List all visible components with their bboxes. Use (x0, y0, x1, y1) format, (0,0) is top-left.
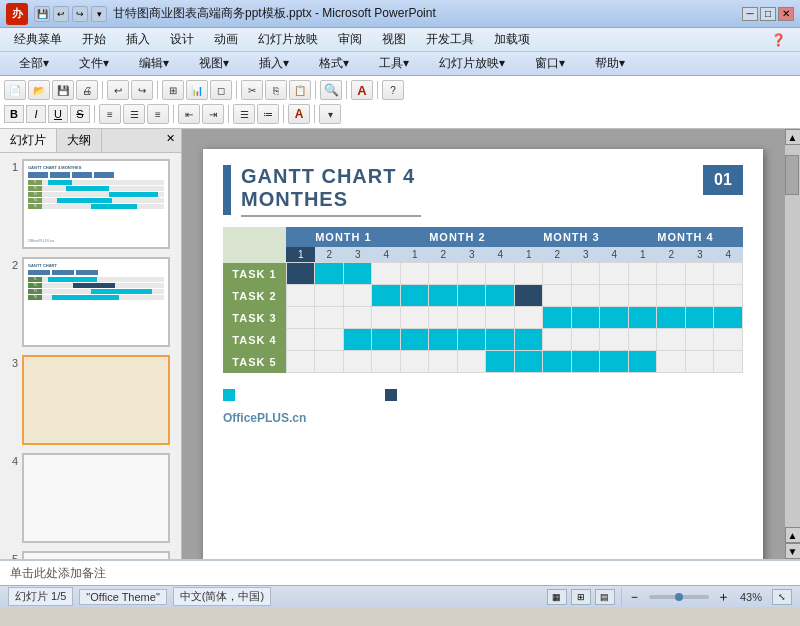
tb-new[interactable]: 📄 (4, 80, 26, 100)
more-btn[interactable]: ▾ (319, 104, 341, 124)
tb-help2[interactable]: ? (382, 80, 404, 100)
tab-file[interactable]: 文件▾ (64, 51, 124, 75)
slide-thumb-2[interactable]: 2 GANTT CHART T1 (4, 255, 177, 349)
bold-button[interactable]: B (4, 105, 24, 123)
italic-button[interactable]: I (26, 105, 46, 123)
strikethrough-button[interactable]: S (70, 105, 90, 123)
indent-increase[interactable]: ⇥ (202, 104, 224, 124)
tab-slides[interactable]: 幻灯片 (0, 129, 57, 152)
panel-close-button[interactable]: ✕ (160, 129, 181, 152)
zoom-in-button[interactable]: ＋ (717, 588, 730, 606)
tb-cut[interactable]: ✂ (241, 80, 263, 100)
menu-animation[interactable]: 动画 (204, 29, 248, 50)
slide-panel-tabs: 幻灯片 大纲 ✕ (0, 129, 181, 153)
tb-zoom-in[interactable]: 🔍 (320, 80, 342, 100)
bullets[interactable]: ☰ (233, 104, 255, 124)
menu-bar: 经典菜单 开始 插入 设计 动画 幻灯片放映 审阅 视图 开发工具 加载项 ❓ (0, 28, 800, 52)
numbering[interactable]: ≔ (257, 104, 279, 124)
tb-copy[interactable]: ⎘ (265, 80, 287, 100)
view-reading-button[interactable]: ▤ (595, 589, 615, 605)
undo-icon[interactable]: ↩ (53, 6, 69, 22)
slide-preview-3[interactable] (22, 355, 170, 445)
menu-help-icon[interactable]: ❓ (761, 31, 796, 49)
tb-undo[interactable]: ↩ (107, 80, 129, 100)
notes-placeholder[interactable]: 单击此处添加备注 (10, 565, 106, 582)
redo-icon[interactable]: ↪ (72, 6, 88, 22)
menu-insert[interactable]: 插入 (116, 29, 160, 50)
zoom-out-button[interactable]: － (628, 588, 641, 606)
tb-chart[interactable]: 📊 (186, 80, 208, 100)
slide-preview-1[interactable]: GANTT CHART 4 MONTHES T1 (22, 159, 170, 249)
menu-developer[interactable]: 开发工具 (416, 29, 484, 50)
tb-redo[interactable]: ↪ (131, 80, 153, 100)
ribbon-tabs: 全部▾ 文件▾ 编辑▾ 视图▾ 插入▾ 格式▾ 工具▾ 幻灯片放映▾ 窗口▾ 帮… (0, 52, 800, 76)
menu-view[interactable]: 视图 (372, 29, 416, 50)
indent-decrease[interactable]: ⇤ (178, 104, 200, 124)
tab-all[interactable]: 全部▾ (4, 51, 64, 75)
fit-to-window-button[interactable]: ⤡ (772, 589, 792, 605)
tb-save[interactable]: 💾 (52, 80, 74, 100)
tab-outline[interactable]: 大纲 (57, 129, 102, 152)
gantt-wrapper: MONTH 1 MONTH 2 MONTH 3 MONTH 4 1 2 3 4 … (203, 227, 763, 383)
slide-thumb-1[interactable]: 1 GANTT CHART 4 MONTHES T1 (4, 157, 177, 251)
watermark-text: OfficePLUS (223, 411, 289, 425)
tb-paste[interactable]: 📋 (289, 80, 311, 100)
scroll-thumb[interactable] (785, 155, 799, 195)
menu-home[interactable]: 开始 (72, 29, 116, 50)
view-normal-button[interactable]: ▦ (547, 589, 567, 605)
tab-view[interactable]: 视图▾ (184, 51, 244, 75)
menu-slideshow[interactable]: 幻灯片放映 (248, 29, 328, 50)
task-row-5: TASK 5 (223, 351, 743, 373)
font-color[interactable]: A (288, 104, 310, 124)
notes-bar[interactable]: 单击此处添加备注 (0, 559, 800, 585)
close-button[interactable]: ✕ (778, 7, 794, 21)
tab-slideshow2[interactable]: 幻灯片放映▾ (424, 51, 520, 75)
scroll-up-button[interactable]: ▲ (785, 129, 801, 145)
slide-thumb-5[interactable]: 5 (4, 549, 177, 559)
tab-tools[interactable]: 工具▾ (364, 51, 424, 75)
tb-open[interactable]: 📂 (28, 80, 50, 100)
menu-addins[interactable]: 加载项 (484, 29, 540, 50)
slide-badge: 01 (703, 165, 743, 195)
save-icon[interactable]: 💾 (34, 6, 50, 22)
month-2-header: MONTH 2 (400, 227, 514, 247)
quick-access-dropdown[interactable]: ▾ (91, 6, 107, 22)
scroll-down-button-2[interactable]: ▼ (785, 543, 801, 559)
tb-text[interactable]: A (351, 80, 373, 100)
tab-window[interactable]: 窗口▾ (520, 51, 580, 75)
title-underline (241, 215, 421, 217)
align-center[interactable]: ☰ (123, 104, 145, 124)
menu-classic[interactable]: 经典菜单 (4, 29, 72, 50)
month-header-row: MONTH 1 MONTH 2 MONTH 3 MONTH 4 (223, 227, 743, 247)
task-1-label: TASK 1 (223, 263, 286, 285)
maximize-button[interactable]: □ (760, 7, 776, 21)
tab-insert[interactable]: 插入▾ (244, 51, 304, 75)
zoom-slider[interactable] (649, 595, 709, 599)
scroll-down-button-1[interactable]: ▲ (785, 527, 801, 543)
tb-print[interactable]: 🖨 (76, 80, 98, 100)
theme-status: "Office Theme" (79, 589, 166, 605)
task-row-2: TASK 2 (223, 285, 743, 307)
view-slide-sorter-button[interactable]: ⊞ (571, 589, 591, 605)
align-right[interactable]: ≡ (147, 104, 169, 124)
tab-format[interactable]: 格式▾ (304, 51, 364, 75)
tab-edit[interactable]: 编辑▾ (124, 51, 184, 75)
slide-thumb-3[interactable]: 3 (4, 353, 177, 447)
tb-shapes[interactable]: ◻ (210, 80, 232, 100)
zoom-handle[interactable] (675, 593, 683, 601)
day-1: 1 (286, 247, 315, 263)
deco-cyan-square (223, 389, 235, 401)
slide-preview-4[interactable] (22, 453, 170, 543)
align-left[interactable]: ≡ (99, 104, 121, 124)
minimize-button[interactable]: ─ (742, 7, 758, 21)
menu-review[interactable]: 审阅 (328, 29, 372, 50)
underline-button[interactable]: U (48, 105, 68, 123)
scroll-track[interactable] (785, 145, 800, 527)
slide-preview-5[interactable] (22, 551, 170, 559)
canvas-area[interactable]: GANTT CHART 4 MONTHES 01 (182, 129, 784, 559)
tb-table[interactable]: ⊞ (162, 80, 184, 100)
menu-design[interactable]: 设计 (160, 29, 204, 50)
slide-thumb-4[interactable]: 4 (4, 451, 177, 545)
slide-preview-2[interactable]: GANTT CHART T1 (22, 257, 170, 347)
tab-help[interactable]: 帮助▾ (580, 51, 640, 75)
